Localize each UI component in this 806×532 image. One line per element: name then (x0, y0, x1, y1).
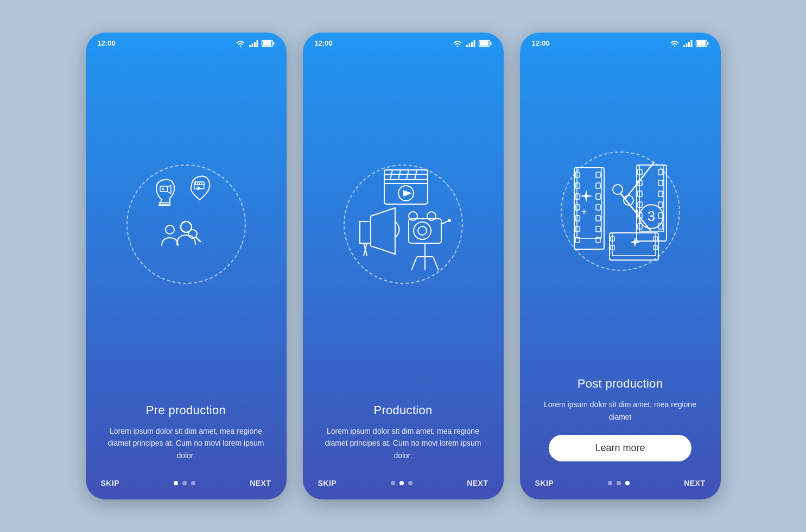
svg-rect-76 (596, 205, 600, 210)
svg-line-51 (411, 257, 417, 270)
svg-point-20 (166, 225, 174, 234)
content-1: Pre production Lorem ipsum dolor sit dim… (86, 398, 287, 470)
svg-rect-78 (596, 226, 600, 232)
content-2: Production Lorem ipsum dolor sit dim ame… (303, 398, 504, 470)
svg-rect-89 (658, 180, 663, 186)
svg-rect-1 (249, 45, 251, 47)
next-button-1[interactable]: NEXT (250, 479, 271, 487)
time-3: 12:00 (532, 39, 550, 47)
status-icons-1 (236, 40, 275, 47)
svg-rect-63 (697, 41, 706, 46)
production-icon (349, 170, 458, 278)
screen-post-production: 12:00 (520, 33, 721, 499)
svg-marker-11 (168, 185, 171, 194)
illustration-1 (86, 50, 287, 398)
svg-rect-69 (575, 205, 580, 210)
svg-line-52 (433, 257, 439, 270)
svg-rect-85 (638, 202, 642, 207)
svg-rect-102 (612, 233, 656, 256)
svg-rect-26 (466, 45, 468, 47)
screen-production: 12:00 (303, 33, 504, 499)
svg-rect-2 (251, 43, 253, 47)
content-3: Post production Lorem ipsum dolor sit di… (520, 371, 721, 470)
svg-point-100 (635, 210, 638, 213)
dots-1 (174, 481, 195, 485)
svg-rect-82 (638, 169, 642, 175)
svg-rect-31 (490, 42, 492, 45)
svg-rect-73 (596, 172, 600, 178)
battery-icon-3 (696, 40, 709, 47)
svg-rect-6 (273, 42, 275, 45)
dot-3-1 (608, 481, 612, 485)
dot-1-2 (182, 481, 187, 485)
dots-2 (391, 481, 412, 485)
body-1: Lorem ipsum dolor sit dim amet, mea regi… (102, 425, 270, 461)
svg-point-96 (613, 185, 623, 194)
dashed-circle-3: 3 (561, 151, 680, 271)
svg-rect-80 (637, 165, 667, 241)
svg-rect-27 (468, 43, 470, 47)
battery-icon-1 (262, 40, 275, 47)
svg-point-56 (674, 46, 675, 47)
skip-button-1[interactable]: SKIP (101, 479, 120, 487)
svg-rect-84 (638, 191, 642, 197)
dot-3-3 (625, 481, 630, 485)
nav-bar-1: SKIP NEXT (86, 470, 287, 499)
signal-icon-2 (466, 40, 475, 47)
svg-rect-92 (658, 213, 663, 218)
svg-rect-58 (686, 43, 687, 47)
svg-rect-75 (596, 194, 600, 199)
learn-more-button[interactable]: Learn more (549, 435, 692, 461)
nav-bar-3: SKIP NEXT (520, 470, 721, 499)
svg-rect-28 (471, 42, 473, 47)
dot-1-1 (174, 481, 178, 485)
svg-point-0 (239, 46, 240, 47)
svg-rect-60 (690, 40, 692, 47)
status-bar-3: 12:00 (520, 33, 721, 50)
svg-rect-68 (575, 194, 580, 199)
status-icons-3 (670, 40, 709, 47)
screen-pre-production: 12:00 (86, 33, 287, 499)
dashed-circle-1 (126, 164, 246, 284)
svg-point-12 (162, 188, 164, 190)
illustration-3: 3 (520, 50, 721, 371)
pre-production-icon (132, 170, 240, 278)
svg-marker-19 (198, 186, 201, 191)
svg-rect-66 (575, 172, 580, 178)
svg-point-25 (456, 46, 458, 47)
wifi-icon-2 (453, 40, 462, 47)
title-2: Production (319, 403, 487, 417)
skip-button-3[interactable]: SKIP (535, 479, 554, 487)
nav-bar-2: SKIP NEXT (303, 470, 504, 499)
dot-2-2 (399, 481, 404, 485)
signal-icon-1 (249, 40, 258, 47)
svg-point-55 (448, 219, 451, 222)
wifi-icon-3 (670, 40, 680, 47)
signal-icon-3 (683, 40, 693, 47)
battery-icon-2 (479, 40, 492, 47)
svg-rect-74 (596, 183, 600, 188)
svg-line-99 (626, 162, 654, 198)
svg-rect-71 (575, 226, 580, 232)
status-bar-1: 12:00 (86, 33, 287, 50)
skip-button-2[interactable]: SKIP (318, 479, 337, 487)
svg-rect-57 (683, 45, 685, 47)
svg-marker-41 (403, 190, 412, 197)
next-button-3[interactable]: NEXT (684, 479, 705, 487)
title-1: Pre production (102, 403, 270, 417)
wifi-icon-1 (236, 40, 245, 47)
svg-text:3: 3 (647, 208, 655, 224)
svg-rect-91 (658, 202, 663, 207)
dot-1-3 (191, 481, 195, 485)
svg-point-45 (414, 222, 431, 239)
dot-3-2 (617, 481, 621, 485)
svg-rect-77 (596, 216, 600, 221)
next-button-2[interactable]: NEXT (467, 479, 488, 487)
dot-2-1 (391, 481, 395, 485)
time-1: 12:00 (98, 39, 116, 47)
svg-rect-87 (638, 224, 642, 229)
svg-rect-88 (658, 169, 663, 175)
svg-rect-59 (688, 42, 690, 47)
dot-2-3 (408, 481, 412, 485)
svg-rect-4 (256, 40, 258, 47)
